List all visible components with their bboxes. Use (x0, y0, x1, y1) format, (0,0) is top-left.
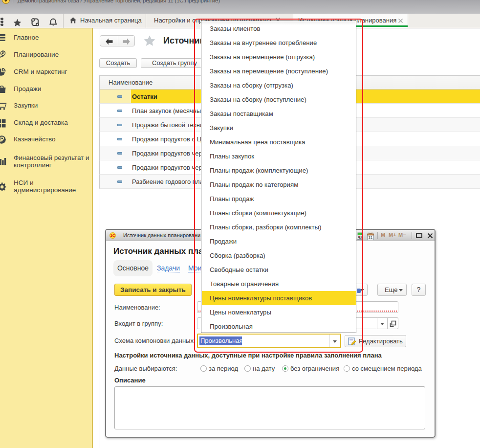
svg-text:31: 31 (369, 235, 372, 240)
